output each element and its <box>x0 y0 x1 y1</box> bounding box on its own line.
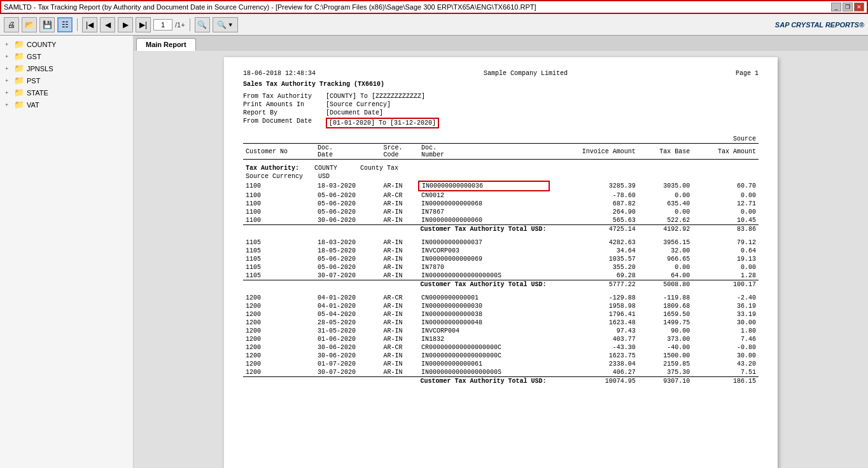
folder-icon: 📁 <box>14 76 24 85</box>
sidebar-item-jpnsls[interactable]: + 📁 JPNSLS <box>0 62 133 74</box>
expand-icon: + <box>5 90 11 96</box>
expand-icon: + <box>5 65 11 72</box>
page-total-label: /1+ <box>175 21 185 29</box>
page-number-input[interactable] <box>153 19 172 31</box>
next-page-button[interactable]: ▶ <box>118 17 133 32</box>
report-title: Sales Tax Authority Tracking (TX6610) <box>243 81 759 88</box>
meta-from-doc-date: From Document Date [01-01-2020] To [31-1… <box>243 118 759 128</box>
sidebar-item-pst[interactable]: + 📁 PST <box>0 74 133 86</box>
highlighted-doc-cell: IN00000000000036 <box>419 181 549 191</box>
report-area: Main Report 18-06-2018 12:48:34 Sample C… <box>134 36 868 468</box>
title-bar-controls[interactable]: _ ❐ ✕ <box>831 3 864 11</box>
table-row: 1200 04-01-2020 AR-CR CN0000000000001 -1… <box>243 294 759 302</box>
sidebar-item-gst[interactable]: + 📁 GST <box>0 50 133 62</box>
meta-print-amounts: Print Amounts In [Source Currency] <box>243 101 759 108</box>
report-company: Sample Company Limited <box>484 70 568 77</box>
open-button[interactable]: 📂 <box>22 17 37 32</box>
col-header-doc-date <box>315 135 381 144</box>
export-button[interactable]: 💾 <box>39 17 55 32</box>
col-subheader-invoice-amount: Invoice Amount <box>549 144 638 160</box>
folder-icon: 📁 <box>14 100 24 109</box>
first-page-button[interactable]: |◀ <box>82 17 97 32</box>
table-row: 1105 18-05-2020 AR-IN INVCORP003 34.64 3… <box>243 247 759 255</box>
folder-icon: 📁 <box>14 39 24 49</box>
folder-icon: 📁 <box>14 64 24 73</box>
table-row: 1105 05-06-2020 AR-IN IN7870 355.20 0.00… <box>243 263 759 272</box>
close-button[interactable]: ✕ <box>854 3 864 11</box>
table-row: 1200 04-01-2020 AR-IN IN00000000000030 1… <box>243 302 759 310</box>
customer-total-row: Customer Tax Authority Total USD: 5777.2… <box>243 280 759 289</box>
meta-report-by-value: [Document Date] <box>326 109 383 116</box>
customer-total-row: Customer Tax Authority Total USD: 10074.… <box>243 377 759 386</box>
page-header: 18-06-2018 12:48:34 Sample Company Limit… <box>243 70 759 77</box>
sidebar-item-label: GST <box>27 53 41 60</box>
table-row: 1200 05-04-2020 AR-IN IN00000000000038 1… <box>243 310 759 319</box>
report-content[interactable]: 18-06-2018 12:48:34 Sample Company Limit… <box>134 51 868 468</box>
meta-from-tax-authority-label: From Tax Authority <box>243 93 319 100</box>
col-header-customer-no <box>243 135 315 144</box>
folder-icon: 📁 <box>14 52 24 61</box>
sap-logo: SAP CRYSTAL REPORTS® <box>775 21 864 29</box>
expand-icon: + <box>5 102 11 108</box>
expand-icon: + <box>5 41 11 48</box>
sidebar-item-county[interactable]: + 📁 COUNTY <box>0 38 133 50</box>
sidebar-item-label: STATE <box>27 89 48 97</box>
meta-print-amounts-label: Print Amounts In <box>243 101 319 108</box>
report-tabs: Main Report <box>134 36 868 51</box>
search-button[interactable]: 🔍 <box>195 17 210 32</box>
col-header-src-code <box>381 135 419 144</box>
tax-authority-row: Tax Authority: COUNTY County Tax <box>243 160 759 173</box>
col-subheader-tax-base: Tax Base <box>638 144 692 160</box>
toolbar-separator-1 <box>77 18 78 31</box>
sidebar-item-state[interactable]: + 📁 STATE <box>0 86 133 99</box>
page-number: Page 1 <box>736 70 759 77</box>
report-table: Source Customer No Doc.Date Srce.Code Do… <box>243 135 759 390</box>
toolbar: 🖨 📂 💾 ☷ |◀ ◀ ▶ ▶| /1+ 🔍 🔍▼ SAP CRYSTAL R… <box>0 14 868 36</box>
col-subheader-doc-number: Doc.Number <box>419 144 549 160</box>
table-row: 1200 30-06-2020 AR-IN IN0000000000000000… <box>243 352 759 360</box>
col-header-doc-number <box>419 135 549 144</box>
last-page-button[interactable]: ▶| <box>136 17 151 32</box>
main-layout: + 📁 COUNTY + 📁 GST + 📁 JPNSLS + 📁 PST + … <box>0 36 868 468</box>
report-datetime: 18-06-2018 12:48:34 <box>243 70 316 77</box>
report-tab[interactable]: Main Report <box>136 38 196 51</box>
print-button[interactable]: 🖨 <box>4 17 19 32</box>
table-row: 1200 30-06-2020 AR-CR CR0000000000000000… <box>243 343 759 352</box>
col-subheader-tax-amount: Tax Amount <box>692 144 759 160</box>
table-row: 1105 30-07-2020 AR-IN IN0000000000000000… <box>243 272 759 280</box>
customer-total-row: Customer Tax Authority Total USD: 4725.1… <box>243 225 759 234</box>
col-subheader-src-code: Srce.Code <box>381 144 419 160</box>
table-row: 1100 18-03-2020 AR-IN IN00000000000036 3… <box>243 181 759 191</box>
sidebar-item-label: JPNSLS <box>27 65 53 72</box>
restore-button[interactable]: ❐ <box>843 3 853 11</box>
expand-icon: + <box>5 78 11 84</box>
col-header-source: Source <box>549 135 759 144</box>
table-row: 1200 30-07-2020 AR-IN IN0000000000000000… <box>243 368 759 377</box>
toggle-group-tree-button[interactable]: ☷ <box>57 17 73 32</box>
title-bar-text: SAMLTD - Tax Tracking Report (by Authori… <box>4 3 536 11</box>
toolbar-separator-2 <box>190 18 190 31</box>
report-page: 18-06-2018 12:48:34 Sample Company Limit… <box>224 57 778 468</box>
table-row: 1200 31-05-2020 AR-IN INVCORP004 97.43 9… <box>243 327 759 335</box>
sidebar-item-label: PST <box>27 77 40 85</box>
meta-report-by-label: Report By <box>243 109 319 116</box>
col-subheader-customer-no: Customer No <box>243 144 315 160</box>
prev-page-button[interactable]: ◀ <box>100 17 115 32</box>
table-row: 1100 05-06-2020 AR-CR CN0012 -78.60 0.00… <box>243 191 759 200</box>
meta-from-doc-date-value: [01-01-2020] To [31-12-2020] <box>326 118 439 128</box>
table-row: 1100 30-06-2020 AR-IN IN00000000000060 5… <box>243 216 759 225</box>
zoom-button[interactable]: 🔍▼ <box>213 17 238 32</box>
folder-icon: 📁 <box>14 88 24 97</box>
table-row: 1200 01-06-2020 AR-IN IN1832 403.77 373.… <box>243 335 759 343</box>
sidebar-item-label: VAT <box>27 101 39 109</box>
sidebar-item-vat[interactable]: + 📁 VAT <box>0 99 133 111</box>
meta-from-doc-date-label: From Document Date <box>243 118 319 128</box>
title-bar: SAMLTD - Tax Tracking Report (by Authori… <box>0 0 868 14</box>
table-row: 1200 01-07-2020 AR-IN IN00000000000061 2… <box>243 360 759 368</box>
meta-report-by: Report By [Document Date] <box>243 109 759 116</box>
table-row: 1100 05-06-2020 AR-IN IN00000000000068 6… <box>243 200 759 208</box>
col-subheader-doc-date: Doc.Date <box>315 144 381 160</box>
minimize-button[interactable]: _ <box>831 3 841 11</box>
table-row: 1105 18-03-2020 AR-IN IN00000000000037 4… <box>243 238 759 247</box>
meta-print-amounts-value: [Source Currency] <box>326 101 391 108</box>
